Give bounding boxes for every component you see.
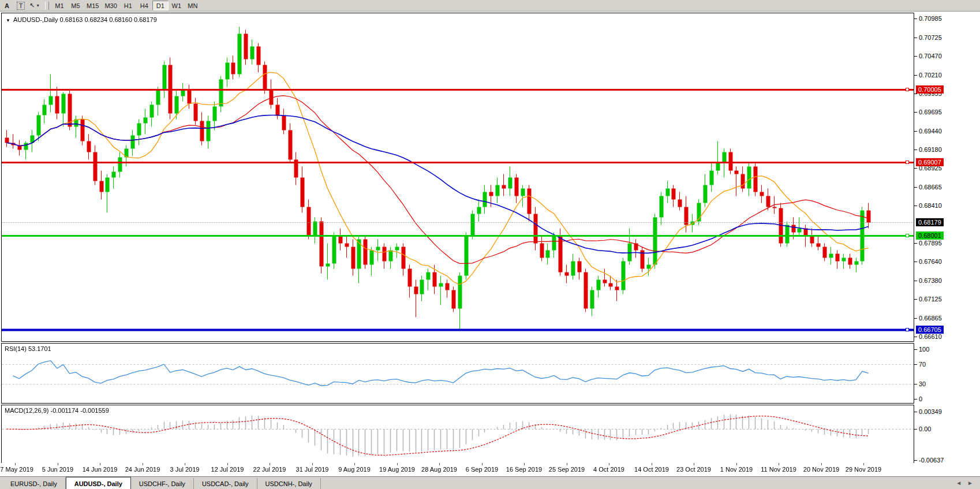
date-tick-mark <box>694 463 694 465</box>
hline-drag-handle[interactable] <box>906 328 909 331</box>
date-label: 5 Jun 2019 <box>42 466 73 473</box>
price-tick-mark <box>914 75 917 76</box>
tab-eurusd-daily[interactable]: EURUSD-, Daily <box>2 478 66 489</box>
price-tick-mark <box>914 243 917 244</box>
rsi-tick-mark <box>914 349 917 350</box>
date-tick-mark <box>100 463 100 465</box>
price-tick-mark <box>914 206 917 206</box>
arrow-objects-tool-button[interactable]: ↖ ▼ <box>28 1 41 11</box>
hline-drag-handle[interactable] <box>906 234 909 237</box>
price-tick-label: 0.68665 <box>919 184 942 191</box>
current-price-badge: 0.68179 <box>916 218 944 226</box>
date-label: 31 Jul 2019 <box>296 466 329 473</box>
trading-platform-window: { "toolbar": { "tools": [ { "name": "fon… <box>0 0 980 489</box>
tab-usdcad-daily[interactable]: USDCAD-, Daily <box>194 478 257 489</box>
macd-label: MACD(12,26,9) -0.001174 -0.001559 <box>5 407 109 414</box>
timeframe-h1-button[interactable]: H1 <box>120 1 136 10</box>
price-tick-mark <box>914 38 917 38</box>
tab-scroll-controls: ◄ ► <box>956 477 980 489</box>
timeframe-m5-button[interactable]: M5 <box>68 1 84 10</box>
hline-drag-handle[interactable] <box>906 160 909 164</box>
chart-title: ▼AUDUSD-,Daily 0.68163 0.68234 0.68160 0… <box>6 16 157 23</box>
price-tick-label: 0.67125 <box>919 296 942 303</box>
date-tick-mark <box>397 463 398 465</box>
price-tick-label: 0.70725 <box>919 34 942 41</box>
macd-tick-mark <box>914 412 917 412</box>
date-tick-mark <box>482 463 482 465</box>
timeframe-h4-button[interactable]: H4 <box>136 1 152 10</box>
font-tool-icon: A <box>5 2 9 9</box>
price-tick-mark <box>914 168 917 169</box>
toolbar-grip[interactable] <box>45 2 49 10</box>
date-tick-mark <box>439 463 440 465</box>
price-tick-label: 0.67380 <box>919 277 942 284</box>
timeframe-m1-button[interactable]: M1 <box>51 1 68 10</box>
price-line-badge: 0.70005 <box>916 85 944 94</box>
main-chart-canvas[interactable] <box>2 13 914 341</box>
price-line-badge: 0.66705 <box>916 326 944 334</box>
price-tick-mark <box>914 281 917 281</box>
timeframe-m15-button[interactable]: M15 <box>84 1 102 10</box>
price-tick-mark <box>914 112 917 113</box>
macd-tick-mark <box>914 429 917 430</box>
date-label: 1 Nov 2019 <box>720 466 753 473</box>
arrow-tool-icon: ↖ <box>29 2 35 9</box>
macd-tick-label: 0.00349 <box>919 408 942 415</box>
date-label: 19 Aug 2019 <box>379 466 415 473</box>
price-tick-mark <box>914 94 917 94</box>
timeframe-m30-button[interactable]: M30 <box>102 1 119 10</box>
date-label: 25 Sep 2019 <box>549 466 585 473</box>
price-tick-mark <box>914 299 917 300</box>
chart-dropdown-icon[interactable]: ▼ <box>6 18 10 23</box>
tab-usdchf-daily[interactable]: USDCHF-, Daily <box>131 478 194 489</box>
rsi-tick-mark <box>914 364 917 365</box>
price-tick-label: 0.70210 <box>919 72 942 79</box>
date-tick-mark <box>609 463 609 465</box>
macd-tick-label: -0.00637 <box>919 457 944 464</box>
date-label: 23 Oct 2019 <box>676 466 711 473</box>
macd-tick-label: 0.00 <box>919 425 931 432</box>
hline-drag-handle[interactable] <box>906 88 909 91</box>
chart-tab-bar: EURUSD-, Daily AUDUSD-, Daily USDCHF-, D… <box>0 476 980 489</box>
price-tick-mark <box>914 318 917 319</box>
dropdown-caret-icon: ▼ <box>36 3 40 8</box>
date-label: 6 Sep 2019 <box>466 466 498 473</box>
price-tick-mark <box>914 150 917 150</box>
price-tick-label: 0.70985 <box>919 15 942 22</box>
date-label: 29 Nov 2019 <box>846 466 881 473</box>
price-tick-mark <box>914 131 917 132</box>
rsi-indicator-pane: RSI(14) 53.1701 <box>1 343 914 404</box>
tab-scroll-left-button[interactable]: ◄ <box>956 480 962 486</box>
text-label-tool-button[interactable]: T <box>14 1 27 11</box>
date-tick-mark <box>143 463 143 465</box>
date-tick-mark <box>779 463 779 465</box>
date-label: 20 Nov 2019 <box>803 466 839 473</box>
date-label: 11 Nov 2019 <box>761 466 796 473</box>
price-tick-label: 0.67640 <box>919 258 942 265</box>
rsi-label: RSI(14) 53.1701 <box>5 345 51 352</box>
rsi-chart-canvas[interactable] <box>2 344 914 403</box>
macd-chart-canvas[interactable] <box>2 405 914 464</box>
date-tick-mark <box>736 463 737 465</box>
tab-usdcnh-daily[interactable]: USDCNH-, Daily <box>257 478 321 489</box>
timeframe-w1-button[interactable]: W1 <box>169 1 185 10</box>
price-tick-mark <box>914 262 917 262</box>
date-tick-mark <box>312 463 313 465</box>
tab-scroll-right-button[interactable]: ► <box>967 480 973 486</box>
date-label: 16 Sep 2019 <box>506 466 542 473</box>
date-tick-mark <box>652 463 652 465</box>
price-tick-mark <box>914 337 917 337</box>
timeframe-mn-button[interactable]: MN <box>185 1 201 10</box>
chart-window: ▼AUDUSD-,Daily 0.68163 0.68234 0.68160 0… <box>0 12 980 476</box>
price-tick-mark <box>914 18 917 19</box>
price-tick-label: 0.67895 <box>919 240 942 247</box>
font-tool-button[interactable]: A <box>1 1 13 11</box>
date-tick-mark <box>227 463 228 465</box>
macd-tick-mark <box>914 460 917 461</box>
tab-audusd-daily[interactable]: AUDUSD-, Daily <box>66 477 131 489</box>
main-price-pane: ▼AUDUSD-,Daily 0.68163 0.68234 0.68160 0… <box>1 13 914 342</box>
price-line-badge: 0.68001 <box>916 232 944 240</box>
date-tick-mark <box>524 463 525 465</box>
rsi-tick-label: 100 <box>919 346 929 353</box>
timeframe-d1-button[interactable]: D1 <box>152 1 169 10</box>
